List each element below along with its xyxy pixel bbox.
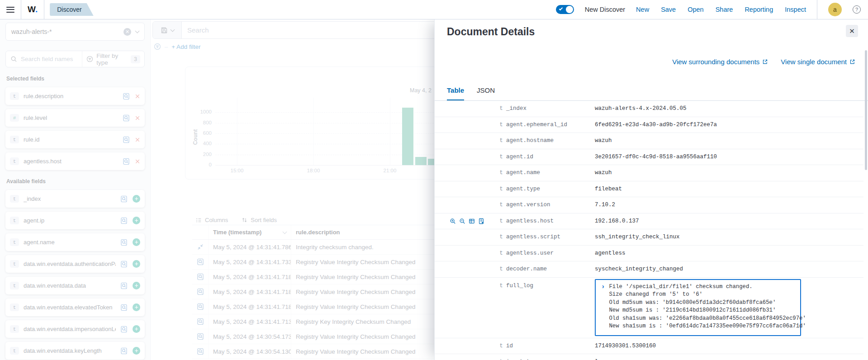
tab-table[interactable]: Table: [447, 86, 464, 100]
search-field-names-input[interactable]: [21, 56, 77, 62]
filter-menu-icon[interactable]: [154, 43, 161, 50]
saved-query-menu[interactable]: [153, 22, 182, 38]
field-item[interactable]: tagent.name+: [5, 233, 145, 251]
gridline-vertical: [313, 98, 314, 165]
expand-chevron-icon[interactable]: ›: [601, 283, 605, 331]
add-field-icon[interactable]: +: [133, 282, 140, 289]
inspect-field-icon[interactable]: [120, 282, 128, 289]
inspect-field-icon[interactable]: [120, 326, 128, 333]
add-field-icon[interactable]: +: [133, 195, 140, 203]
new-discover-toggle[interactable]: [556, 5, 574, 14]
field-item[interactable]: tdata.win.eventdata.keyLength+: [5, 342, 145, 360]
filter-count-badge: 3: [131, 55, 140, 63]
field-item[interactable]: tagent.ip+: [5, 212, 145, 229]
nav-link-open[interactable]: Open: [688, 6, 703, 13]
remove-field-icon[interactable]: [135, 94, 140, 99]
expand-document-icon[interactable]: [197, 348, 204, 355]
column-header-time[interactable]: Time (timestamp): [209, 225, 291, 239]
expand-document-icon[interactable]: [197, 273, 204, 280]
nav-link-new[interactable]: New: [636, 6, 649, 13]
field-name: data.win.eventdata.elevatedToken: [24, 304, 113, 311]
field-item[interactable]: #rule.level: [5, 109, 145, 127]
chevron-down-icon[interactable]: [135, 29, 140, 33]
scrollbar-thumb[interactable]: [865, 50, 867, 170]
field-name: data.win.eventdata.authenticationPackage…: [24, 261, 116, 267]
field-name: rule.description: [24, 93, 63, 99]
nav-link-save[interactable]: Save: [661, 6, 676, 13]
nav-link-reporting[interactable]: Reporting: [745, 6, 773, 13]
field-item[interactable]: tdata.win.eventdata.elevatedToken+: [5, 298, 145, 316]
field-type-icon: t: [496, 202, 506, 208]
toggle-column-icon[interactable]: [469, 218, 475, 224]
field-item[interactable]: tagentless.host: [5, 152, 145, 170]
inspect-field-icon[interactable]: [123, 136, 130, 143]
timestamp-value: May 5, 2024 @ 14:31:41.733: [213, 259, 291, 265]
nav-divider: [817, 0, 817, 19]
field-type-icon: t: [10, 260, 19, 268]
filter-for-value-icon[interactable]: [450, 218, 456, 224]
expand-document-icon[interactable]: [197, 288, 204, 295]
flyout-link-surrounding[interactable]: View surrounding documents: [672, 58, 768, 66]
add-field-icon[interactable]: +: [133, 217, 140, 224]
expand-document-icon[interactable]: [197, 318, 204, 325]
hamburger-menu-icon[interactable]: [6, 7, 14, 13]
sort-chevron-icon[interactable]: [283, 229, 287, 234]
help-icon[interactable]: ?: [853, 5, 861, 14]
expand-document-icon[interactable]: [197, 333, 204, 340]
flyout-link-single[interactable]: View single document: [781, 58, 855, 66]
filter-out-value-icon[interactable]: [459, 218, 465, 224]
remove-field-icon[interactable]: [135, 115, 140, 121]
field-item[interactable]: t_index+: [5, 190, 145, 208]
add-filter-row: – + Add filter: [154, 43, 200, 50]
inspect-field-icon[interactable]: [120, 195, 128, 203]
expand-document-icon[interactable]: [197, 303, 204, 310]
nav-link-share[interactable]: Share: [716, 6, 733, 13]
index-pattern-picker[interactable]: wazuh-alerts-* ✕: [5, 23, 145, 41]
histogram-bar[interactable]: [402, 108, 413, 165]
rule-description-value: Registry Value Integrity Checksum Change…: [296, 274, 416, 280]
add-field-icon[interactable]: +: [133, 303, 140, 311]
inspect-field-icon[interactable]: [120, 217, 128, 224]
add-field-icon[interactable]: +: [133, 325, 140, 333]
inspect-field-icon[interactable]: [120, 261, 128, 268]
columns-button[interactable]: Columns: [195, 217, 228, 223]
field-actions: +: [120, 303, 140, 311]
add-field-icon[interactable]: +: [133, 238, 140, 246]
y-tick-label: 0: [185, 162, 212, 167]
add-field-icon[interactable]: +: [133, 347, 140, 355]
inspect-field-icon[interactable]: [120, 347, 128, 355]
filter-by-type-button[interactable]: Filter by type 3: [82, 51, 144, 67]
add-filter-button[interactable]: + Add filter: [171, 43, 200, 50]
collapse-document-icon[interactable]: [197, 244, 204, 250]
selected-fields-list: trule.description#rule.leveltrule.idtage…: [5, 87, 145, 170]
field-item[interactable]: tdata.win.eventdata.data+: [5, 277, 145, 294]
row-toggle-cell: [192, 284, 209, 299]
field-type-icon: t: [496, 218, 506, 224]
inspect-field-icon[interactable]: [123, 93, 130, 100]
inspect-field-icon[interactable]: [123, 114, 130, 122]
inspect-field-icon[interactable]: [123, 158, 130, 165]
inspect-field-icon[interactable]: [120, 239, 128, 246]
histogram-bar[interactable]: [415, 157, 427, 165]
rule-description-value: Registry Value Integrity Checksum Change…: [296, 348, 416, 355]
tab-json[interactable]: JSON: [477, 86, 495, 100]
clear-index-icon[interactable]: ✕: [123, 28, 131, 36]
sort-fields-button[interactable]: Sort fields: [242, 217, 277, 223]
wazuh-logo[interactable]: W.: [28, 5, 38, 14]
nav-link-inspect[interactable]: Inspect: [785, 6, 806, 13]
close-icon[interactable]: ✕: [846, 25, 858, 37]
field-item[interactable]: trule.description: [5, 87, 145, 105]
expand-document-icon[interactable]: [197, 258, 204, 265]
remove-field-icon[interactable]: [135, 137, 140, 142]
query-search-input[interactable]: [187, 26, 438, 34]
tab-discover[interactable]: Discover: [50, 3, 93, 16]
field-item[interactable]: trule.id: [5, 131, 145, 148]
field-item[interactable]: tdata.win.eventdata.impersonationLevel+: [5, 320, 145, 338]
x-tick-label: 21:00: [380, 168, 400, 173]
avatar[interactable]: a: [828, 3, 842, 16]
inspect-field-icon[interactable]: [120, 304, 128, 311]
field-item[interactable]: tdata.win.eventdata.authenticationPackag…: [5, 255, 145, 273]
filter-field-present-icon[interactable]: [478, 218, 484, 224]
remove-field-icon[interactable]: [135, 159, 140, 164]
add-field-icon[interactable]: +: [133, 260, 140, 268]
